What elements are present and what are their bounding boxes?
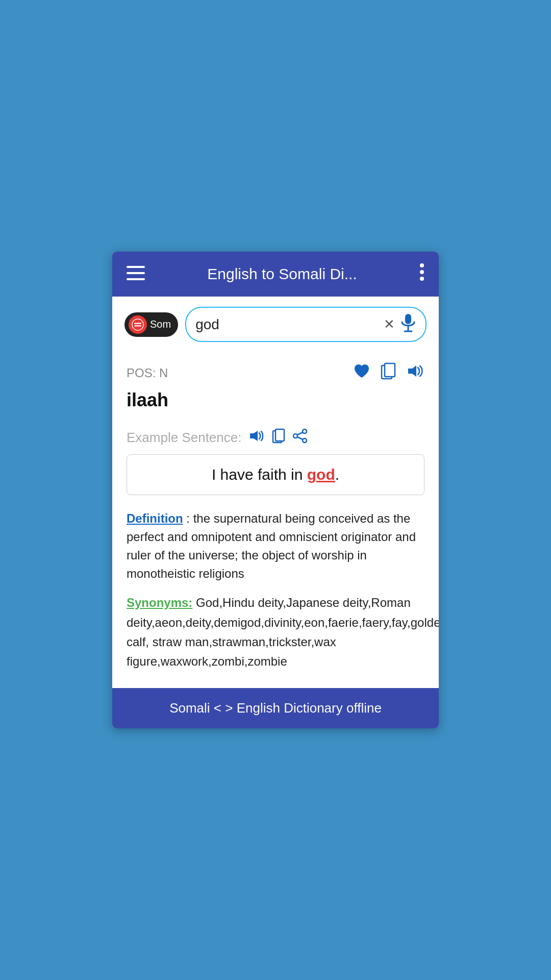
- definition-label: Definition: [127, 511, 183, 525]
- svg-point-19: [293, 434, 297, 438]
- svg-rect-13: [385, 363, 395, 377]
- definition-block: Definition : the supernatural being conc…: [127, 509, 424, 583]
- example-volume-icon[interactable]: [248, 429, 265, 447]
- svg-rect-1: [127, 272, 145, 274]
- footer-text: Somali < > English Dictionary offline: [169, 700, 382, 716]
- example-sentence-box: I have faith in god.: [127, 454, 424, 495]
- svg-marker-14: [408, 365, 416, 377]
- example-action-icons: [248, 428, 308, 447]
- example-label: Example Sentence:: [127, 430, 241, 446]
- example-copy-icon[interactable]: [272, 428, 285, 447]
- svg-rect-8: [134, 325, 141, 326]
- lang-toggle-icon: [129, 315, 147, 334]
- svg-rect-0: [127, 266, 145, 268]
- content-area: POS: N: [112, 350, 439, 688]
- svg-rect-9: [405, 314, 411, 324]
- copy-icon[interactable]: [381, 362, 396, 383]
- favorite-icon[interactable]: [353, 363, 370, 383]
- translation-text: ilaah: [127, 387, 424, 425]
- pos-actions-row: POS: N: [127, 350, 424, 387]
- app-title: English to Somali Di...: [145, 265, 419, 283]
- svg-rect-7: [134, 323, 141, 324]
- svg-rect-17: [276, 429, 284, 441]
- share-icon[interactable]: [292, 428, 308, 447]
- svg-line-21: [297, 432, 303, 435]
- example-label-row: Example Sentence:: [127, 425, 424, 454]
- definition-separator: :: [183, 511, 193, 525]
- volume-icon[interactable]: [406, 363, 424, 382]
- synonyms-label: Synonyms:: [127, 596, 192, 609]
- svg-rect-2: [127, 278, 145, 280]
- synonyms-block: Synonyms: God,Hindu deity,Japanese deity…: [127, 593, 424, 672]
- lang-toggle-label: Som: [150, 318, 171, 330]
- pos-label: POS: N: [127, 366, 168, 380]
- svg-line-22: [297, 437, 303, 439]
- more-options-icon[interactable]: [419, 263, 424, 285]
- clear-icon[interactable]: ✕: [384, 316, 395, 332]
- search-wrapper: ✕: [185, 307, 427, 342]
- svg-point-3: [420, 263, 424, 267]
- phone-container: English to Somali Di... Som ✕: [112, 252, 439, 728]
- svg-point-4: [420, 270, 424, 274]
- example-sentence-suffix: .: [335, 466, 339, 483]
- search-input[interactable]: [195, 316, 379, 333]
- example-sentence-prefix: I have faith in: [212, 466, 307, 483]
- svg-marker-15: [250, 431, 258, 441]
- search-area: Som ✕: [112, 297, 439, 350]
- svg-point-6: [132, 319, 143, 330]
- app-bar: English to Somali Di...: [112, 252, 439, 297]
- footer: Somali < > English Dictionary offline: [112, 688, 439, 728]
- hamburger-menu-icon[interactable]: [127, 266, 145, 283]
- language-toggle[interactable]: Som: [124, 312, 178, 337]
- svg-point-5: [420, 277, 424, 281]
- example-sentence-word: god: [307, 466, 335, 483]
- action-icons-group: [353, 362, 424, 383]
- svg-point-20: [303, 438, 307, 443]
- mic-icon[interactable]: [400, 313, 416, 336]
- svg-point-18: [303, 429, 307, 433]
